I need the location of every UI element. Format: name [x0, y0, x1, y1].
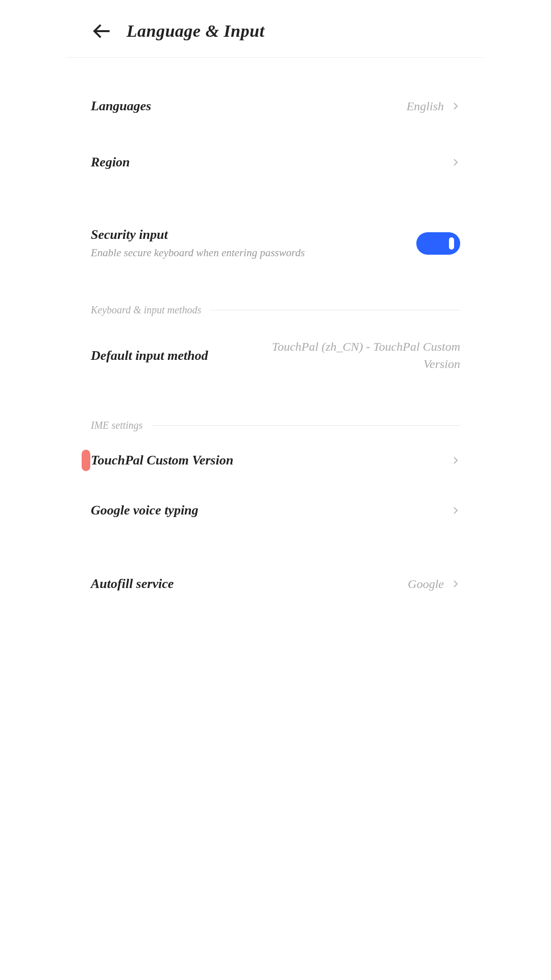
chevron-right-icon: [451, 506, 460, 515]
row-default-input-method[interactable]: Default input method TouchPal (zh_CN) - …: [91, 320, 460, 391]
page-title: Language & Input: [127, 21, 265, 41]
divider: [210, 310, 460, 310]
row-autofill-service[interactable]: Autofill service Google: [91, 556, 460, 612]
security-input-sub: Enable secure keyboard when entering pas…: [91, 247, 305, 259]
row-security-input[interactable]: Security input Enable secure keyboard wh…: [91, 211, 460, 276]
chevron-right-icon: [451, 158, 460, 167]
chevron-right-icon: [451, 579, 460, 589]
toggle-knob: [449, 237, 454, 250]
row-region[interactable]: Region: [91, 134, 460, 190]
divider: [152, 425, 460, 426]
row-touchpal-custom[interactable]: TouchPal Custom Version: [91, 435, 460, 485]
google-voice-label: Google voice typing: [91, 503, 198, 518]
autofill-label: Autofill service: [91, 576, 173, 592]
header-bar: Language & Input: [66, 0, 485, 58]
chevron-right-icon: [451, 102, 460, 111]
chevron-right-icon: [451, 456, 460, 465]
row-google-voice-typing[interactable]: Google voice typing: [91, 485, 460, 535]
autofill-value: Google: [408, 577, 444, 591]
default-input-value: TouchPal (zh_CN) - TouchPal Custom Versi…: [241, 338, 460, 373]
section-ime-label: IME settings: [91, 420, 152, 431]
default-input-label: Default input method: [91, 348, 208, 363]
section-keyboard-methods: Keyboard & input methods: [91, 276, 460, 320]
region-label: Region: [91, 155, 130, 170]
section-keyboard-label: Keyboard & input methods: [91, 304, 210, 316]
touchpal-label: TouchPal Custom Version: [91, 453, 233, 468]
row-languages[interactable]: Languages English: [91, 78, 460, 134]
languages-value: English: [407, 100, 444, 113]
section-ime-settings: IME settings: [91, 391, 460, 435]
back-icon[interactable]: [91, 20, 112, 42]
languages-label: Languages: [91, 99, 151, 114]
security-input-toggle[interactable]: [416, 232, 460, 255]
security-input-label: Security input: [91, 227, 305, 242]
